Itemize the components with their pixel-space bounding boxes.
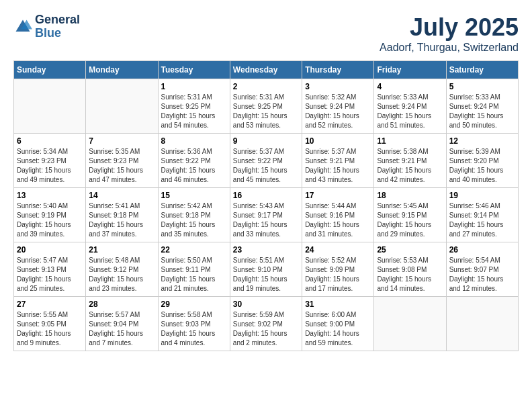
- day-number: 28: [89, 300, 154, 309]
- calendar-table: SundayMondayTuesdayWednesdayThursdayFrid…: [13, 60, 519, 351]
- day-info: Sunrise: 5:40 AMSunset: 9:19 PMDaylight:…: [17, 201, 83, 239]
- calendar-cell: 6Sunrise: 5:34 AMSunset: 9:23 PMDaylight…: [14, 134, 86, 188]
- calendar-cell: 10Sunrise: 5:37 AMSunset: 9:21 PMDayligh…: [302, 134, 374, 188]
- calendar-cell: 20Sunrise: 5:47 AMSunset: 9:13 PMDayligh…: [14, 242, 86, 297]
- day-number: 16: [233, 191, 299, 200]
- weekday-header-thursday: Thursday: [302, 61, 374, 79]
- day-number: 22: [161, 245, 227, 255]
- calendar-cell: 28Sunrise: 5:57 AMSunset: 9:04 PMDayligh…: [86, 297, 158, 351]
- calendar-week-4: 20Sunrise: 5:47 AMSunset: 9:13 PMDayligh…: [14, 242, 519, 297]
- day-number: 19: [449, 191, 515, 200]
- day-info: Sunrise: 5:44 AMSunset: 9:16 PMDaylight:…: [305, 201, 371, 239]
- calendar-cell: 23Sunrise: 5:51 AMSunset: 9:10 PMDayligh…: [230, 242, 302, 297]
- calendar-week-2: 6Sunrise: 5:34 AMSunset: 9:23 PMDaylight…: [14, 134, 519, 188]
- day-number: 26: [449, 245, 515, 255]
- calendar-cell: [446, 297, 518, 351]
- calendar-cell: 22Sunrise: 5:50 AMSunset: 9:11 PMDayligh…: [158, 242, 230, 297]
- day-info: Sunrise: 5:43 AMSunset: 9:17 PMDaylight:…: [233, 201, 299, 239]
- day-number: 9: [233, 136, 299, 146]
- day-info: Sunrise: 5:38 AMSunset: 9:21 PMDaylight:…: [377, 147, 443, 185]
- weekday-header-monday: Monday: [86, 61, 158, 79]
- day-info: Sunrise: 5:41 AMSunset: 9:18 PMDaylight:…: [89, 201, 154, 239]
- day-number: 21: [89, 245, 154, 255]
- day-info: Sunrise: 5:31 AMSunset: 9:25 PMDaylight:…: [233, 93, 299, 130]
- day-number: 11: [377, 136, 443, 146]
- day-info: Sunrise: 5:32 AMSunset: 9:24 PMDaylight:…: [305, 93, 371, 130]
- day-number: 7: [89, 136, 154, 146]
- weekday-header-sunday: Sunday: [14, 61, 86, 79]
- calendar-subtitle: Aadorf, Thurgau, Switzerland: [380, 42, 519, 54]
- title-block: July 2025 Aadorf, Thurgau, Switzerland: [380, 13, 519, 54]
- day-number: 8: [161, 136, 227, 146]
- day-info: Sunrise: 5:31 AMSunset: 9:25 PMDaylight:…: [161, 93, 227, 130]
- day-number: 3: [305, 82, 371, 91]
- calendar-cell: [374, 297, 446, 351]
- day-number: 29: [161, 300, 227, 309]
- day-info: Sunrise: 5:45 AMSunset: 9:15 PMDaylight:…: [377, 201, 443, 239]
- calendar-cell: 29Sunrise: 5:58 AMSunset: 9:03 PMDayligh…: [158, 297, 230, 351]
- day-number: 4: [377, 82, 443, 91]
- calendar-cell: 16Sunrise: 5:43 AMSunset: 9:17 PMDayligh…: [230, 188, 302, 242]
- calendar-cell: 7Sunrise: 5:35 AMSunset: 9:23 PMDaylight…: [86, 134, 158, 188]
- weekday-header-saturday: Saturday: [446, 61, 518, 79]
- calendar-week-1: 1Sunrise: 5:31 AMSunset: 9:25 PMDaylight…: [14, 79, 519, 134]
- day-info: Sunrise: 5:57 AMSunset: 9:04 PMDaylight:…: [89, 310, 154, 348]
- day-info: Sunrise: 5:59 AMSunset: 9:02 PMDaylight:…: [233, 310, 299, 348]
- calendar-cell: 2Sunrise: 5:31 AMSunset: 9:25 PMDaylight…: [230, 79, 302, 134]
- day-info: Sunrise: 5:33 AMSunset: 9:24 PMDaylight:…: [449, 93, 515, 130]
- calendar-cell: 8Sunrise: 5:36 AMSunset: 9:22 PMDaylight…: [158, 134, 230, 188]
- day-info: Sunrise: 5:55 AMSunset: 9:05 PMDaylight:…: [17, 310, 83, 348]
- calendar-cell: 31Sunrise: 6:00 AMSunset: 9:00 PMDayligh…: [302, 297, 374, 351]
- calendar-cell: 30Sunrise: 5:59 AMSunset: 9:02 PMDayligh…: [230, 297, 302, 351]
- day-info: Sunrise: 5:42 AMSunset: 9:18 PMDaylight:…: [161, 201, 227, 239]
- day-number: 23: [233, 245, 299, 255]
- calendar-cell: 1Sunrise: 5:31 AMSunset: 9:25 PMDaylight…: [158, 79, 230, 134]
- day-info: Sunrise: 5:37 AMSunset: 9:21 PMDaylight:…: [305, 147, 371, 185]
- day-info: Sunrise: 5:54 AMSunset: 9:07 PMDaylight:…: [449, 256, 515, 293]
- calendar-cell: 9Sunrise: 5:37 AMSunset: 9:22 PMDaylight…: [230, 134, 302, 188]
- logo-text: General Blue: [35, 13, 80, 40]
- day-number: 24: [305, 245, 371, 255]
- calendar-cell: 3Sunrise: 5:32 AMSunset: 9:24 PMDaylight…: [302, 79, 374, 134]
- logo: General Blue: [13, 13, 80, 40]
- day-number: 14: [89, 191, 154, 200]
- day-number: 30: [233, 300, 299, 309]
- day-number: 1: [161, 82, 227, 91]
- logo-icon: [13, 17, 32, 36]
- day-number: 27: [17, 300, 83, 309]
- day-info: Sunrise: 5:34 AMSunset: 9:23 PMDaylight:…: [17, 147, 83, 185]
- weekday-header-friday: Friday: [374, 61, 446, 79]
- day-info: Sunrise: 5:36 AMSunset: 9:22 PMDaylight:…: [161, 147, 227, 185]
- calendar-cell: 5Sunrise: 5:33 AMSunset: 9:24 PMDaylight…: [446, 79, 518, 134]
- calendar-cell: 13Sunrise: 5:40 AMSunset: 9:19 PMDayligh…: [14, 188, 86, 242]
- day-number: 17: [305, 191, 371, 200]
- day-info: Sunrise: 5:39 AMSunset: 9:20 PMDaylight:…: [449, 147, 515, 185]
- day-info: Sunrise: 5:53 AMSunset: 9:08 PMDaylight:…: [377, 256, 443, 293]
- calendar-cell: 27Sunrise: 5:55 AMSunset: 9:05 PMDayligh…: [14, 297, 86, 351]
- day-number: 13: [17, 191, 83, 200]
- calendar-cell: 15Sunrise: 5:42 AMSunset: 9:18 PMDayligh…: [158, 188, 230, 242]
- day-info: Sunrise: 5:46 AMSunset: 9:14 PMDaylight:…: [449, 201, 515, 239]
- day-number: 25: [377, 245, 443, 255]
- calendar-cell: [86, 79, 158, 134]
- page-header: General Blue July 2025 Aadorf, Thurgau, …: [13, 13, 519, 54]
- day-info: Sunrise: 5:50 AMSunset: 9:11 PMDaylight:…: [161, 256, 227, 293]
- calendar-cell: 25Sunrise: 5:53 AMSunset: 9:08 PMDayligh…: [374, 242, 446, 297]
- weekday-header-tuesday: Tuesday: [158, 61, 230, 79]
- day-number: 15: [161, 191, 227, 200]
- day-number: 10: [305, 136, 371, 146]
- calendar-cell: [14, 79, 86, 134]
- calendar-cell: 17Sunrise: 5:44 AMSunset: 9:16 PMDayligh…: [302, 188, 374, 242]
- day-info: Sunrise: 5:58 AMSunset: 9:03 PMDaylight:…: [161, 310, 227, 348]
- day-number: 12: [449, 136, 515, 146]
- calendar-cell: 4Sunrise: 5:33 AMSunset: 9:24 PMDaylight…: [374, 79, 446, 134]
- weekday-header-row: SundayMondayTuesdayWednesdayThursdayFrid…: [14, 61, 519, 79]
- day-info: Sunrise: 5:52 AMSunset: 9:09 PMDaylight:…: [305, 256, 371, 293]
- day-number: 6: [17, 136, 83, 146]
- calendar-cell: 21Sunrise: 5:48 AMSunset: 9:12 PMDayligh…: [86, 242, 158, 297]
- calendar-cell: 12Sunrise: 5:39 AMSunset: 9:20 PMDayligh…: [446, 134, 518, 188]
- calendar-cell: 26Sunrise: 5:54 AMSunset: 9:07 PMDayligh…: [446, 242, 518, 297]
- calendar-cell: 19Sunrise: 5:46 AMSunset: 9:14 PMDayligh…: [446, 188, 518, 242]
- calendar-cell: 24Sunrise: 5:52 AMSunset: 9:09 PMDayligh…: [302, 242, 374, 297]
- day-info: Sunrise: 5:35 AMSunset: 9:23 PMDaylight:…: [89, 147, 154, 185]
